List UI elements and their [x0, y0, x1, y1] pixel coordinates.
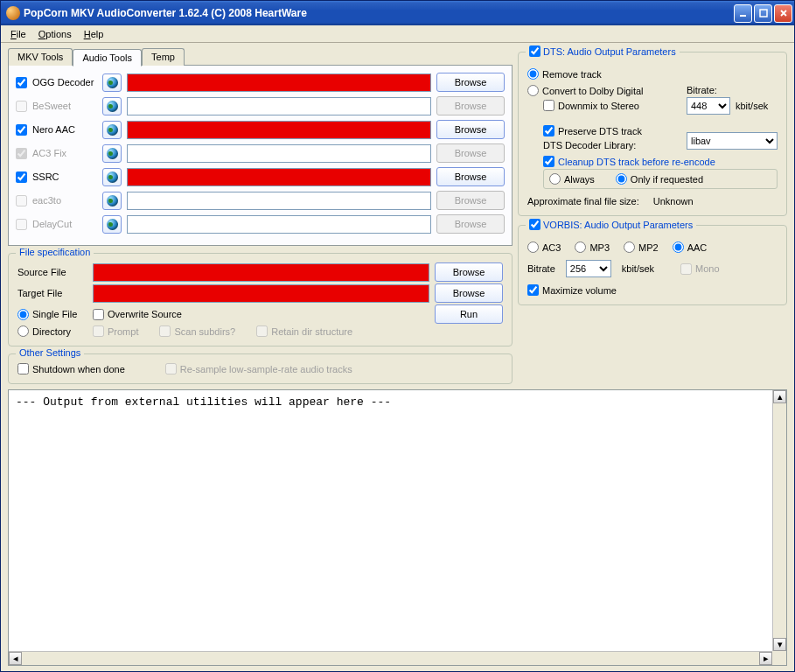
- vorbis-group: VORBIS: Audio Output Parameters AC3 MP3 …: [518, 225, 787, 305]
- tool-label: Nero AAC: [32, 124, 97, 135]
- tool-enable-checkbox[interactable]: [16, 124, 27, 136]
- prompt-checkbox: Prompt: [93, 326, 138, 337]
- tab-temp[interactable]: Temp: [142, 48, 185, 66]
- tool-path-input[interactable]: [127, 97, 431, 116]
- vorbis-legend[interactable]: VORBIS: Audio Output Parameters: [526, 219, 696, 230]
- source-file-label: Source File: [17, 267, 87, 277]
- menu-options[interactable]: Options: [32, 27, 78, 41]
- dts-preserve-checkbox[interactable]: Preserve DTS track: [543, 125, 680, 136]
- globe-icon[interactable]: [102, 215, 122, 234]
- tool-label: SSRC: [32, 172, 97, 182]
- tool-browse-button[interactable]: Browse: [436, 120, 505, 139]
- dts-remove-radio[interactable]: Remove track: [527, 68, 778, 80]
- tool-path-input[interactable]: [127, 168, 431, 186]
- client-area: MKV Tools Audio Tools Temp OGG DecoderBr…: [1, 43, 794, 671]
- tool-label: DelayCut: [32, 219, 97, 229]
- globe-icon[interactable]: [102, 121, 122, 139]
- vorbis-mp3-radio[interactable]: MP3: [575, 242, 610, 253]
- tool-path-input[interactable]: [127, 215, 431, 234]
- svg-rect-0: [740, 15, 746, 17]
- tool-label: eac3to: [32, 195, 97, 206]
- tool-browse-button: Browse: [436, 96, 505, 116]
- target-file-label: Target File: [17, 288, 87, 298]
- tool-enable-checkbox[interactable]: [16, 77, 27, 88]
- source-file-input[interactable]: [93, 263, 429, 282]
- dts-cleanup-checkbox[interactable]: Cleanup DTS track before re-encode: [543, 156, 778, 167]
- tool-row: OGG DecoderBrowse: [16, 73, 505, 92]
- tool-enable-checkbox[interactable]: [16, 172, 27, 183]
- tool-row: Nero AACBrowse: [16, 120, 505, 139]
- globe-icon[interactable]: [102, 74, 122, 92]
- scroll-corner: [772, 651, 786, 665]
- tool-path-input[interactable]: [127, 192, 431, 210]
- minimize-button[interactable]: [734, 4, 752, 23]
- horizontal-scrollbar[interactable]: ◂ ▸: [9, 651, 772, 665]
- menubar: File Options Help: [1, 25, 794, 43]
- tool-path-input[interactable]: [127, 121, 431, 139]
- dts-downmix-checkbox[interactable]: Downmix to Stereo: [543, 100, 680, 111]
- file-spec-legend: File specification: [16, 247, 94, 257]
- globe-icon[interactable]: [102, 144, 122, 163]
- tool-label: BeSweet: [32, 101, 97, 111]
- menu-help[interactable]: Help: [78, 27, 110, 41]
- retain-dir-checkbox: Retain dir structure: [256, 326, 352, 337]
- scroll-down-icon[interactable]: ▾: [773, 638, 786, 651]
- tool-path-input[interactable]: [127, 144, 431, 163]
- vorbis-mp2-radio[interactable]: MP2: [624, 242, 659, 253]
- target-browse-button[interactable]: Browse: [435, 284, 503, 303]
- dts-always-radio[interactable]: Always: [549, 173, 595, 185]
- tool-enable-checkbox: [16, 148, 27, 159]
- app-icon: [6, 6, 20, 20]
- scroll-up-icon[interactable]: ▴: [773, 390, 786, 403]
- titlebar[interactable]: PopCorn MKV AudioConverter 1.62.4 (C) 20…: [1, 1, 794, 25]
- tool-browse-button[interactable]: Browse: [436, 73, 505, 92]
- window-title: PopCorn MKV AudioConverter 1.62.4 (C) 20…: [24, 7, 732, 19]
- tool-label: OGG Decoder: [32, 77, 97, 88]
- dts-onlyreq-radio[interactable]: Only if requested: [616, 173, 703, 185]
- menu-file[interactable]: File: [4, 27, 32, 41]
- dts-group: DTS: Audio Output Parameters Remove trac…: [518, 52, 787, 216]
- dts-size-value: Unknown: [653, 196, 694, 206]
- dts-decoder-label: DTS Decoder Library:: [543, 140, 636, 150]
- dts-decoder-select[interactable]: libav: [687, 132, 778, 150]
- tool-path-input[interactable]: [127, 74, 431, 92]
- dts-legend[interactable]: DTS: Audio Output Parameters: [526, 46, 680, 57]
- vorbis-maxvol-checkbox[interactable]: Maximize volume: [527, 284, 617, 296]
- tool-enable-checkbox: [16, 101, 27, 112]
- tool-row: SSRCBrowse: [16, 167, 505, 186]
- tool-browse-button[interactable]: Browse: [436, 167, 505, 186]
- tab-audio-tools[interactable]: Audio Tools: [73, 49, 142, 66]
- tab-strip: MKV Tools Audio Tools Temp: [8, 48, 513, 66]
- vorbis-aac-radio[interactable]: AAC: [673, 242, 708, 253]
- globe-icon[interactable]: [102, 97, 122, 116]
- tool-row: eac3toBrowse: [16, 191, 505, 210]
- tab-mkv-tools[interactable]: MKV Tools: [8, 48, 73, 66]
- maximize-button[interactable]: [754, 4, 772, 23]
- directory-radio[interactable]: Directory: [17, 326, 87, 337]
- shutdown-checkbox[interactable]: Shutdown when done: [17, 363, 125, 374]
- vorbis-ac3-radio[interactable]: AC3: [527, 242, 561, 253]
- globe-icon[interactable]: [102, 192, 122, 210]
- vorbis-bitrate-select[interactable]: 256: [566, 260, 611, 277]
- run-button[interactable]: Run: [435, 304, 503, 324]
- close-button[interactable]: [774, 4, 792, 23]
- output-text: --- Output from external utilities will …: [9, 390, 772, 651]
- tool-row: BeSweetBrowse: [16, 96, 505, 116]
- dts-bitrate-select[interactable]: 448: [687, 97, 730, 115]
- scroll-right-icon[interactable]: ▸: [759, 652, 772, 665]
- single-file-radio[interactable]: Single File: [17, 309, 87, 320]
- vertical-scrollbar[interactable]: ▴ ▾: [772, 390, 786, 651]
- dts-convert-radio[interactable]: Convert to Dolby Digital: [527, 85, 680, 96]
- overwrite-source-checkbox[interactable]: Overwrite Source: [93, 309, 182, 320]
- tool-browse-button: Browse: [436, 191, 505, 210]
- output-panel: --- Output from external utilities will …: [8, 389, 787, 666]
- audio-tools-panel: OGG DecoderBrowseBeSweetBrowseNero AACBr…: [8, 65, 513, 246]
- scroll-left-icon[interactable]: ◂: [9, 652, 22, 665]
- scan-subdirs-checkbox: Scan subdirs?: [159, 326, 235, 337]
- source-browse-button[interactable]: Browse: [435, 262, 503, 282]
- globe-icon[interactable]: [102, 168, 122, 186]
- target-file-input[interactable]: [93, 284, 429, 303]
- svg-rect-1: [760, 10, 767, 17]
- tool-browse-button: Browse: [436, 144, 505, 163]
- app-window: PopCorn MKV AudioConverter 1.62.4 (C) 20…: [0, 0, 795, 672]
